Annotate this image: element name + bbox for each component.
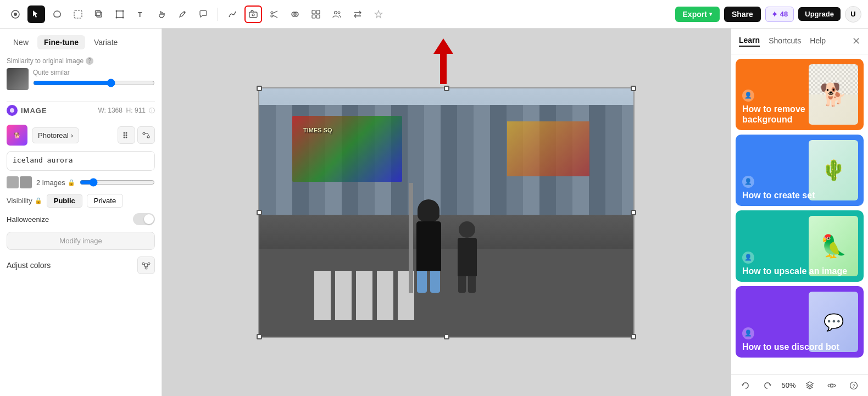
adjust-colors-icon[interactable]	[137, 256, 155, 274]
svg-rect-23	[312, 15, 315, 18]
svg-point-37	[144, 264, 148, 267]
rp-tab-learn[interactable]: Learn	[739, 36, 760, 47]
prompt-input[interactable]: iceland aurora	[7, 151, 155, 171]
visibility-public-btn[interactable]: Public	[47, 194, 82, 208]
card-icon-3: 👤	[742, 252, 754, 264]
handle-top-left[interactable]	[257, 86, 262, 91]
user-avatar[interactable]: U	[845, 6, 861, 23]
help-footer-icon[interactable]: ?	[846, 378, 861, 393]
svg-point-8	[123, 10, 124, 12]
cursor-icon[interactable]	[27, 5, 45, 23]
visibility-row: Visibility 🔒 Public Private	[7, 194, 155, 208]
card-content-1: 👤 How to remove background	[736, 84, 864, 130]
svg-point-14	[252, 14, 254, 16]
swap-icon[interactable]	[349, 5, 366, 23]
rp-tab-help[interactable]: Help	[810, 36, 826, 46]
handle-mid-left[interactable]	[257, 210, 262, 215]
handle-mid-right[interactable]	[631, 210, 636, 215]
adjust-colors-row: Adjust colors	[7, 256, 155, 274]
handle-bottom-left[interactable]	[257, 334, 262, 339]
svg-point-36	[147, 136, 149, 138]
arrow-shaft	[440, 54, 447, 84]
model-tool-2[interactable]	[137, 126, 155, 144]
help-icon[interactable]: ?	[86, 57, 93, 65]
close-panel-button[interactable]: ✕	[852, 35, 860, 47]
replace-bg-icon[interactable]	[244, 5, 262, 23]
svg-rect-13	[249, 12, 257, 18]
redo-footer-icon[interactable]	[760, 378, 775, 393]
toolbar-right: Export ▾ Share ✦ 48 Upgrade U	[675, 6, 861, 23]
similarity-slider[interactable]	[33, 79, 155, 87]
arrow-head	[433, 38, 453, 54]
undo-footer-icon[interactable]	[738, 378, 753, 393]
card-title-2: How to create set	[742, 190, 857, 200]
text-tool-icon[interactable]: T	[132, 5, 149, 23]
eye-icon[interactable]	[824, 378, 839, 393]
handle-bottom-right[interactable]	[631, 334, 636, 339]
images-count-label: 2 images 🔒	[36, 179, 75, 187]
tutorial-card-discord[interactable]: 👤 How to use discord bot 💬	[736, 286, 864, 358]
blend-icon[interactable]	[286, 5, 304, 23]
svg-marker-41	[742, 384, 744, 386]
upgrade-button[interactable]: Upgrade	[798, 7, 841, 21]
image-section-label: IMAGE	[21, 107, 47, 115]
stars-icon[interactable]	[370, 5, 387, 23]
tab-variate[interactable]: Variate	[87, 35, 124, 49]
tutorial-card-upscale[interactable]: 👤 How to upscale an image 🦜	[736, 210, 864, 282]
tab-new[interactable]: New	[7, 35, 35, 49]
svg-point-15	[271, 12, 273, 14]
svg-point-1	[14, 13, 17, 16]
canvas-image: TIMES SQ	[258, 87, 635, 338]
transform-icon[interactable]	[111, 5, 129, 23]
canvas-area[interactable]: TIMES SQ	[162, 29, 731, 396]
layers-icon[interactable]	[802, 378, 817, 393]
similarity-slider-container: Quite similar	[33, 69, 155, 90]
grid-tool-icon[interactable]	[307, 5, 325, 23]
pen-tool-icon[interactable]	[174, 5, 191, 23]
svg-point-7	[116, 10, 118, 12]
hand-tool-icon[interactable]	[153, 5, 170, 23]
svg-point-12	[184, 11, 186, 13]
tutorial-card-create-set[interactable]: 👤 How to create set 🌵	[736, 135, 864, 206]
people-icon[interactable]	[328, 5, 346, 23]
export-button[interactable]: Export ▾	[675, 7, 720, 22]
tutorial-card-remove-bg[interactable]: 👤 How to remove background 🐕	[736, 59, 864, 130]
model-selector-button[interactable]: Photoreal ›	[32, 127, 79, 143]
zoom-level[interactable]: 50%	[782, 381, 796, 389]
visibility-private-btn[interactable]: Private	[87, 194, 123, 208]
card-icon-1: 👤	[742, 90, 754, 102]
lasso-icon[interactable]	[48, 5, 66, 23]
model-tool-1[interactable]	[118, 126, 135, 144]
home-icon[interactable]	[7, 5, 24, 23]
credits-button[interactable]: ✦ 48	[765, 7, 794, 22]
rp-tab-shortcuts[interactable]: Shortcuts	[769, 36, 801, 46]
card-icon-4: 👤	[742, 327, 754, 339]
model-tools	[118, 126, 155, 144]
right-panel: Learn Shortcuts Help ✕ 👤 How to remove b…	[731, 29, 868, 396]
left-sidebar: New Fine-tune Variate Similarity to orig…	[0, 29, 162, 396]
duplicate-icon[interactable]	[90, 5, 108, 23]
model-row: 🐕 Photoreal ›	[7, 125, 155, 146]
tutorial-cards-list: 👤 How to remove background 🐕 👤 How to cr…	[731, 54, 868, 374]
card-title-3: How to upscale an image	[742, 266, 857, 276]
handle-top-mid[interactable]	[444, 86, 449, 91]
speech-icon[interactable]	[194, 5, 212, 23]
curve-adjust-icon[interactable]	[224, 5, 241, 23]
handle-bottom-mid[interactable]	[444, 334, 449, 339]
card-content-4: 👤 How to use discord bot	[736, 322, 864, 358]
share-button[interactable]: Share	[724, 7, 761, 22]
tab-finetune[interactable]: Fine-tune	[37, 35, 85, 49]
halloweenize-toggle[interactable]	[133, 213, 155, 225]
similarity-row: Quite similar	[7, 68, 155, 90]
modify-image-button[interactable]: Modify image	[7, 232, 155, 250]
handle-top-right[interactable]	[631, 86, 636, 91]
main-area: New Fine-tune Variate Similarity to orig…	[0, 29, 868, 396]
magic-select-icon[interactable]	[69, 5, 87, 23]
images-count-slider[interactable]	[80, 178, 155, 187]
svg-point-9	[116, 16, 118, 18]
svg-rect-5	[96, 10, 101, 15]
svg-point-26	[338, 12, 340, 14]
svg-rect-3	[74, 10, 82, 18]
scissors-icon[interactable]	[265, 5, 283, 23]
image-info-icon[interactable]: ⓘ	[149, 107, 155, 115]
